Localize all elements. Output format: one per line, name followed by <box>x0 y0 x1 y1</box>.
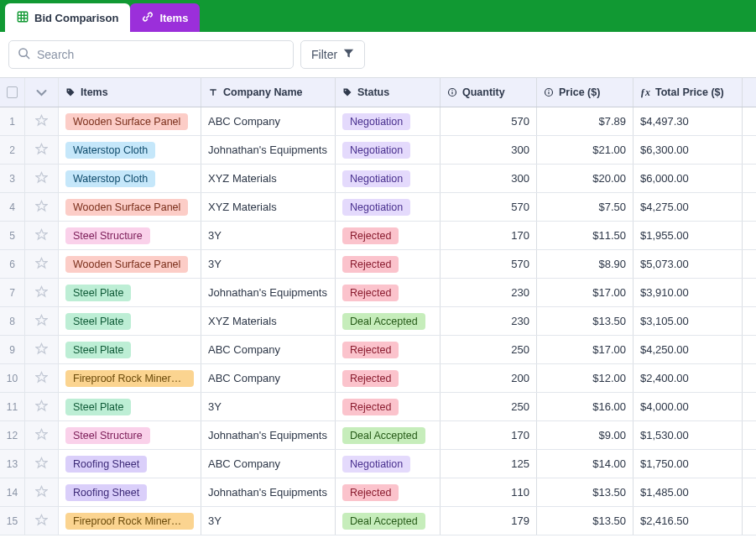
cell-company[interactable]: Johnathan's Equipments <box>201 421 336 449</box>
star-button[interactable] <box>25 307 59 335</box>
cell-total[interactable]: $3,105.00 <box>633 307 743 335</box>
cell-quantity[interactable]: 230 <box>441 279 537 306</box>
cell-quantity[interactable]: 200 <box>441 364 537 392</box>
table-row[interactable]: 7Steel PlateJohnathan's EquipmentsReject… <box>0 279 756 307</box>
cell-total[interactable]: $6,300.00 <box>633 136 743 164</box>
cell-price[interactable]: $7.89 <box>537 107 633 135</box>
cell-price[interactable]: $11.50 <box>537 222 633 249</box>
cell-company[interactable]: 3Y <box>201 222 336 249</box>
cell-company[interactable]: 3Y <box>201 507 336 535</box>
cell-status[interactable]: Negotiation <box>336 107 441 135</box>
col-header-status[interactable]: Status <box>336 78 441 107</box>
table-row[interactable]: 8Steel PlateXYZ MaterialsDeal Accepted23… <box>0 307 756 336</box>
cell-status[interactable]: Deal Accepted <box>336 507 441 535</box>
cell-price[interactable]: $21.00 <box>537 136 633 164</box>
star-button[interactable] <box>25 136 59 164</box>
cell-item[interactable]: Waterstop Cloth <box>59 136 201 164</box>
tab-items[interactable]: Items <box>130 3 200 32</box>
cell-company[interactable]: 3Y <box>201 393 336 420</box>
cell-price[interactable]: $7.50 <box>537 193 633 221</box>
cell-status[interactable]: Deal Accepted <box>336 307 441 335</box>
cell-item[interactable]: Fireproof Rock Mineral Wool <box>59 507 201 535</box>
cell-quantity[interactable]: 170 <box>441 421 537 449</box>
star-button[interactable] <box>25 279 59 306</box>
cell-price[interactable]: $17.00 <box>537 279 633 306</box>
col-header-quantity[interactable]: Quantity <box>441 78 537 107</box>
cell-quantity[interactable]: 230 <box>441 307 537 335</box>
cell-total[interactable]: $1,530.00 <box>633 421 743 449</box>
cell-company[interactable]: Johnathan's Equipments <box>201 478 336 506</box>
table-row[interactable]: 14Roofing SheetJohnathan's EquipmentsRej… <box>0 478 756 507</box>
cell-status[interactable]: Rejected <box>336 478 441 506</box>
cell-company[interactable]: ABC Company <box>201 450 336 478</box>
cell-quantity[interactable]: 179 <box>441 507 537 535</box>
cell-price[interactable]: $13.50 <box>537 307 633 335</box>
tab-bid-comparison[interactable]: Bid Comparison <box>5 3 130 32</box>
table-row[interactable]: 12Steel StructureJohnathan's EquipmentsD… <box>0 421 756 450</box>
cell-quantity[interactable]: 570 <box>441 250 537 278</box>
star-button[interactable] <box>25 421 59 449</box>
star-button[interactable] <box>25 107 59 135</box>
cell-quantity[interactable]: 125 <box>441 450 537 478</box>
cell-item[interactable]: Steel Plate <box>59 307 201 335</box>
cell-company[interactable]: XYZ Materials <box>201 307 336 335</box>
table-row[interactable]: 3Waterstop ClothXYZ MaterialsNegotiation… <box>0 165 756 193</box>
cell-price[interactable]: $13.50 <box>537 478 633 506</box>
cell-total[interactable]: $4,250.00 <box>633 336 743 363</box>
cell-status[interactable]: Negotiation <box>336 450 441 478</box>
cell-status[interactable]: Negotiation <box>336 193 441 221</box>
cell-quantity[interactable]: 570 <box>441 193 537 221</box>
star-button[interactable] <box>25 222 59 249</box>
cell-status[interactable]: Rejected <box>336 222 441 249</box>
table-row[interactable]: 5Steel Structure3YRejected170$11.50$1,95… <box>0 222 756 250</box>
table-row[interactable]: 13Roofing SheetABC CompanyNegotiation125… <box>0 450 756 478</box>
table-row[interactable]: 1Wooden Surface PanelABC CompanyNegotiat… <box>0 107 756 136</box>
cell-price[interactable]: $12.00 <box>537 364 633 392</box>
cell-total[interactable]: $4,275.00 <box>633 193 743 221</box>
cell-status[interactable]: Rejected <box>336 393 441 420</box>
cell-status[interactable]: Rejected <box>336 364 441 392</box>
cell-price[interactable]: $8.90 <box>537 250 633 278</box>
cell-quantity[interactable]: 250 <box>441 336 537 363</box>
cell-total[interactable]: $1,485.00 <box>633 478 743 506</box>
cell-company[interactable]: ABC Company <box>201 107 336 135</box>
cell-item[interactable]: Wooden Surface Panel <box>59 250 201 278</box>
cell-price[interactable]: $16.00 <box>537 393 633 420</box>
cell-company[interactable]: XYZ Materials <box>201 165 336 192</box>
select-all-header[interactable] <box>0 78 25 107</box>
cell-total[interactable]: $3,910.00 <box>633 279 743 306</box>
col-header-items[interactable]: Items <box>59 78 201 107</box>
table-row[interactable]: 6Wooden Surface Panel3YRejected570$8.90$… <box>0 250 756 279</box>
cell-quantity[interactable]: 170 <box>441 222 537 249</box>
search-input[interactable] <box>37 48 284 61</box>
cell-item[interactable]: Steel Structure <box>59 421 201 449</box>
cell-price[interactable]: $13.50 <box>537 507 633 535</box>
cell-company[interactable]: Johnathan's Equipments <box>201 136 336 164</box>
cell-total[interactable]: $2,400.00 <box>633 364 743 392</box>
cell-total[interactable]: $1,750.00 <box>633 450 743 478</box>
cell-price[interactable]: $9.00 <box>537 421 633 449</box>
cell-company[interactable]: ABC Company <box>201 364 336 392</box>
cell-total[interactable]: $4,000.00 <box>633 393 743 420</box>
star-button[interactable] <box>25 250 59 278</box>
table-row[interactable]: 10Fireproof Rock Mineral WoolABC Company… <box>0 364 756 393</box>
cell-status[interactable]: Negotiation <box>336 165 441 192</box>
table-row[interactable]: 9Steel PlateABC CompanyRejected250$17.00… <box>0 336 756 364</box>
cell-item[interactable]: Roofing Sheet <box>59 478 201 506</box>
cell-item[interactable]: Wooden Surface Panel <box>59 193 201 221</box>
cell-status[interactable]: Rejected <box>336 336 441 363</box>
cell-total[interactable]: $5,073.00 <box>633 250 743 278</box>
cell-item[interactable]: Steel Plate <box>59 336 201 363</box>
cell-company[interactable]: ABC Company <box>201 336 336 363</box>
table-row[interactable]: 4Wooden Surface PanelXYZ MaterialsNegoti… <box>0 193 756 222</box>
col-header-price[interactable]: Price ($) <box>537 78 633 107</box>
cell-quantity[interactable]: 110 <box>441 478 537 506</box>
cell-quantity[interactable]: 250 <box>441 393 537 420</box>
table-row[interactable]: 11Steel Plate3YRejected250$16.00$4,000.0… <box>0 393 756 421</box>
star-button[interactable] <box>25 450 59 478</box>
cell-item[interactable]: Roofing Sheet <box>59 450 201 478</box>
star-button[interactable] <box>25 165 59 192</box>
star-button[interactable] <box>25 364 59 392</box>
star-button[interactable] <box>25 507 59 535</box>
cell-total[interactable]: $1,955.00 <box>633 222 743 249</box>
